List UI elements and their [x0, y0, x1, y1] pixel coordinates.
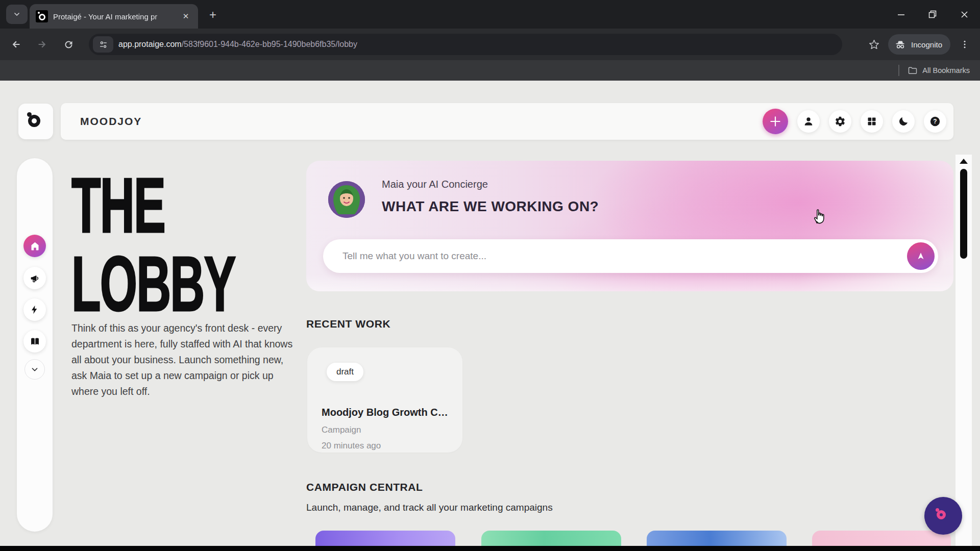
maia-heading: WHAT ARE WE WORKING ON? [382, 198, 599, 215]
close-window-button[interactable] [948, 0, 980, 29]
plus-icon [769, 115, 782, 128]
campaign-card-2[interactable] [481, 531, 621, 547]
maia-avatar-illustration [328, 181, 365, 218]
home-icon [30, 241, 40, 252]
folder-icon [908, 65, 918, 76]
sidebar-item-library[interactable] [23, 330, 46, 353]
header-actions: ? [763, 109, 946, 134]
book-icon [30, 336, 40, 347]
person-icon [803, 116, 814, 127]
assistant-fab[interactable] [924, 497, 962, 535]
maia-avatar [328, 181, 365, 218]
campaign-card-3[interactable] [647, 531, 787, 547]
tab-title: Protaigé - Your AI marketing pr [53, 12, 175, 21]
megaphone-icon [30, 273, 40, 284]
reload-button[interactable] [58, 34, 79, 55]
page-description: Think of this as your agency's front des… [71, 320, 300, 399]
campaign-card-4[interactable] [812, 531, 951, 547]
sidebar [17, 158, 53, 532]
sidebar-item-quick-actions[interactable] [23, 298, 46, 321]
maia-panel-fade [306, 274, 953, 291]
profile-button[interactable] [797, 110, 820, 133]
protaige-fab-logo-icon [937, 510, 946, 519]
browser-tab-strip: Protaigé - Your AI marketing pr ✕ + [0, 0, 980, 29]
incognito-badge: Incognito [888, 34, 950, 55]
minimize-button[interactable] [885, 0, 917, 29]
incognito-icon [894, 38, 906, 51]
tab-search-button[interactable] [6, 5, 28, 24]
protaige-favicon-icon [36, 10, 48, 22]
campaign-card-1[interactable] [315, 531, 455, 547]
page-title-line1: THE [71, 166, 165, 244]
url-bar[interactable]: app.protaige.com/583f9601-944b-462e-bb95… [89, 34, 842, 55]
app-page: MOODJOY ? [0, 81, 980, 547]
create-button[interactable] [763, 109, 788, 134]
kebab-menu-icon [960, 39, 970, 49]
maia-prompt-input[interactable] [342, 239, 894, 273]
chevron-down-icon [13, 10, 21, 18]
tab-close-button[interactable]: ✕ [180, 10, 192, 22]
browser-menu-button[interactable] [954, 34, 975, 55]
campaign-central-heading: CAMPAIGN CENTRAL [306, 481, 423, 493]
recent-work-card[interactable]: draft Moodjoy Blog Growth C… Campaign 20… [307, 347, 462, 453]
back-button[interactable] [6, 34, 27, 55]
recent-card-title: Moodjoy Blog Growth C… [322, 407, 450, 418]
help-button[interactable]: ? [924, 110, 946, 133]
send-arrow-icon [915, 251, 926, 262]
close-icon [961, 11, 968, 18]
bookmark-star-button[interactable] [864, 34, 884, 55]
sidebar-item-home[interactable] [23, 235, 46, 257]
browser-toolbar: app.protaige.com/583f9601-944b-462e-bb95… [0, 29, 980, 60]
send-button[interactable] [907, 242, 935, 270]
recent-card-time: 20 minutes ago [322, 441, 381, 451]
url-text: app.protaige.com/583f9601-944b-462e-bb95… [118, 40, 357, 49]
chevron-down-icon [30, 365, 39, 374]
maia-prompt-field[interactable] [323, 239, 938, 273]
recent-card-type: Campaign [322, 425, 361, 435]
url-domain: app.protaige.com [118, 40, 182, 48]
dark-mode-button[interactable] [892, 110, 915, 133]
moon-icon [898, 116, 909, 127]
maia-concierge-panel: Maia your AI Concierge WHAT ARE WE WORKI… [306, 161, 953, 291]
browser-tab[interactable]: Protaigé - Your AI marketing pr ✕ [30, 4, 198, 29]
bookmarks-bar: All Bookmarks [0, 60, 980, 81]
protaige-logo-icon [28, 115, 40, 127]
restore-button[interactable] [917, 0, 948, 29]
all-bookmarks-button[interactable]: All Bookmarks [922, 66, 970, 74]
apps-button[interactable] [861, 110, 883, 133]
bookmarks-separator [898, 65, 899, 76]
new-tab-button[interactable]: + [205, 7, 220, 22]
workspace-name: MOODJOY [80, 115, 142, 128]
tune-icon [99, 40, 108, 49]
lightning-icon [30, 305, 40, 315]
forward-icon [36, 39, 47, 50]
forward-button[interactable] [32, 34, 52, 55]
incognito-label: Incognito [911, 40, 942, 49]
maia-eyebrow: Maia your AI Concierge [382, 179, 488, 190]
toolbar-right: Incognito [864, 34, 975, 55]
reload-icon [63, 39, 74, 50]
svg-text:?: ? [933, 118, 937, 125]
recent-work-heading: RECENT WORK [306, 318, 390, 330]
grid-icon [867, 116, 877, 127]
settings-button[interactable] [829, 110, 851, 133]
gear-icon [835, 116, 846, 127]
campaign-central-subtitle: Launch, manage, and track all your marke… [306, 502, 553, 513]
app-header: MOODJOY ? [61, 103, 953, 140]
page-scrollbar[interactable] [955, 155, 972, 547]
app-logo[interactable] [18, 104, 53, 139]
site-settings-button[interactable] [93, 36, 113, 53]
sidebar-item-campaigns[interactable] [23, 267, 46, 289]
url-path: /583f9601-944b-462e-bb95-1490beb6fb35/lo… [182, 40, 357, 48]
star-icon [869, 39, 879, 50]
back-icon [11, 39, 22, 50]
window-controls [885, 0, 980, 29]
scroll-up-arrow[interactable] [960, 159, 968, 164]
question-icon: ? [929, 116, 941, 127]
minimize-icon [897, 11, 905, 18]
scrollbar-thumb[interactable] [960, 169, 967, 259]
screen: Protaigé - Your AI marketing pr ✕ + [0, 0, 980, 551]
restore-icon [928, 10, 937, 18]
sidebar-expand-button[interactable] [24, 359, 45, 380]
status-badge: draft [327, 363, 363, 381]
